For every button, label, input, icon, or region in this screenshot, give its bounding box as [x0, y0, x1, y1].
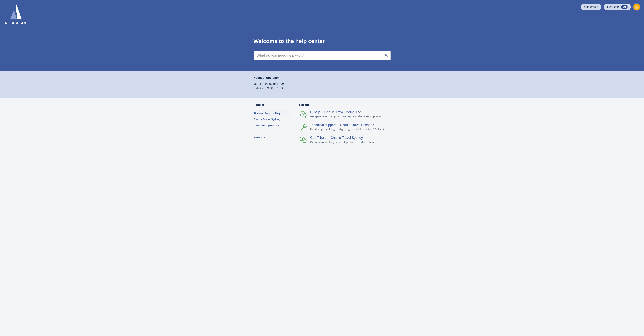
hours-line-1: Mon-Fri: 09:00 to 17:00 — [254, 82, 391, 86]
popular-item-2[interactable]: Customer Operations… — [254, 122, 290, 128]
recent-item-desc: Need help installing, configuring, or tr… — [310, 128, 391, 131]
recent-item-project: Charlie Travel Sydney — [330, 136, 363, 140]
page-title: Welcome to the help center — [254, 38, 391, 44]
svg-point-4 — [302, 114, 302, 114]
popular-item-1[interactable]: Charlie Travel Sydney — [254, 116, 290, 122]
svg-point-3 — [637, 7, 638, 7]
recent-item-title: Technical support — [310, 123, 336, 127]
brand-name: ATLASSIAN — [4, 21, 26, 25]
hours-line-2: Sat-Sun: 09:00 to 12:30 — [254, 86, 391, 91]
search-input[interactable] — [256, 53, 385, 58]
browse-all-link[interactable]: Browse all — [254, 134, 290, 140]
atlassian-icon — [7, 2, 24, 20]
separator: · — [328, 136, 329, 140]
top-bar: Customize Requests 29 — [4, 2, 640, 11]
popular-list: Premier Support Req… Charlie Travel Sydn… — [254, 110, 290, 128]
recent-item-project: Charlie Travel Melbourne — [324, 110, 361, 114]
question-chat-icon — [299, 110, 307, 118]
hero-banner: ATLASSIAN Customize Requests 29 Welcome … — [0, 0, 644, 71]
requests-label: Requests — [607, 5, 620, 9]
popular-title: Popular — [254, 103, 290, 107]
recent-item-title-line: IT help · Charlie Travel Melbourne — [310, 110, 391, 114]
recent-column: Recent IT help · Charlie Travel Melbour — [299, 103, 391, 149]
recent-title: Recent — [299, 103, 391, 107]
recent-item-desc: Get assistance for general IT problems a… — [310, 140, 391, 144]
main-content: Popular Premier Support Req… Charlie Tra… — [254, 98, 391, 160]
hero-content: Welcome to the help center — [254, 11, 391, 60]
recent-item-desc: Get general tech support, like help with… — [310, 115, 391, 118]
recent-item-title: IT help — [310, 110, 320, 114]
svg-point-2 — [636, 7, 636, 7]
recent-list: IT help · Charlie Travel Melbourne Get g… — [299, 110, 391, 144]
separator: · — [322, 110, 323, 114]
customize-label: Customize — [584, 5, 598, 9]
brand-logo[interactable]: ATLASSIAN — [4, 2, 26, 25]
customize-button[interactable]: Customize — [580, 4, 602, 11]
popular-column: Popular Premier Support Req… Charlie Tra… — [254, 103, 290, 149]
recent-item-get-it-help[interactable]: Get IT help · Charlie Travel Sydney Get … — [299, 136, 391, 144]
svg-point-5 — [302, 139, 302, 140]
question-chat-icon — [299, 136, 307, 144]
recent-item-title-line: Get IT help · Charlie Travel Sydney — [310, 136, 391, 140]
recent-item-technical-support[interactable]: Technical support · Charlie Travel Brisb… — [299, 123, 391, 131]
svg-point-1 — [635, 6, 638, 9]
search-icon — [385, 54, 388, 57]
requests-count-badge: 29 — [621, 5, 628, 9]
separator: · — [338, 123, 338, 127]
recent-item-title-line: Technical support · Charlie Travel Brisb… — [310, 123, 391, 127]
popular-item-0[interactable]: Premier Support Req… — [254, 110, 290, 116]
hours-title: Hours of operation — [254, 76, 391, 80]
recent-item-title: Get IT help — [310, 136, 326, 140]
hours-band: Hours of operation Mon-Fri: 09:00 to 17:… — [0, 71, 644, 98]
requests-button[interactable]: Requests 29 — [604, 3, 631, 11]
search-box[interactable] — [254, 51, 391, 60]
avatar-cat-icon — [634, 4, 640, 10]
avatar[interactable] — [633, 3, 640, 11]
recent-item-project: Charlie Travel Brisbane — [340, 123, 374, 127]
wrench-icon — [299, 123, 307, 131]
recent-item-it-help[interactable]: IT help · Charlie Travel Melbourne Get g… — [299, 110, 391, 118]
